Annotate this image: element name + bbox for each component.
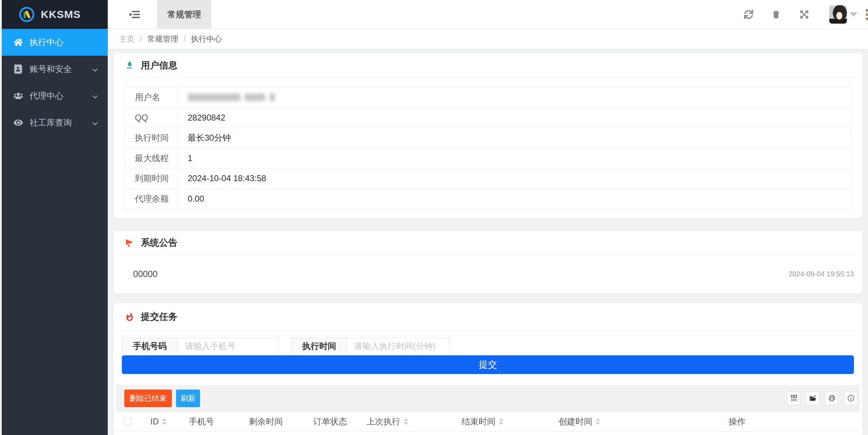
- task-table-area: 删除已结束 刷新: [116, 385, 860, 431]
- export-icon: [809, 394, 817, 402]
- topbar-actions: [744, 0, 868, 29]
- exec-time-input[interactable]: [347, 338, 450, 354]
- sidebar-item-exec-center[interactable]: 执行中心: [0, 29, 108, 56]
- topbar: 常规管理: [108, 0, 868, 29]
- user-info-header: 用户信息: [113, 53, 862, 78]
- avatar[interactable]: [829, 5, 847, 24]
- table-row: 用户名: [125, 87, 851, 108]
- announcement-body: 00000 2024-09-04 19:55:13: [113, 255, 862, 293]
- column-header-remaining-time: 剩余时间: [225, 416, 306, 427]
- chevron-down-icon: [92, 66, 99, 73]
- megaphone-icon: [125, 238, 135, 248]
- breadcrumb-general[interactable]: 常规管理: [147, 34, 178, 44]
- table-row: 代理余额 0.00: [125, 189, 851, 209]
- column-header-end-time[interactable]: 结束时间: [421, 416, 544, 427]
- column-header-order-status: 订单状态: [306, 416, 354, 427]
- breadcrumb-current: 执行中心: [191, 34, 222, 44]
- exec-time-input-group: 执行时间: [292, 338, 450, 354]
- page-content: 用户信息 用户名 QQ 28290842 执行时间 最: [108, 49, 868, 435]
- home-icon: [13, 38, 24, 47]
- user-info-card: 用户信息 用户名 QQ 28290842 执行时间 最: [113, 53, 862, 218]
- users-icon: [13, 91, 24, 100]
- column-header-phone: 手机号: [177, 416, 225, 427]
- export-button[interactable]: [806, 392, 819, 405]
- info-button[interactable]: [844, 392, 857, 405]
- breadcrumb: 主页 / 常规管理 / 执行中心: [108, 29, 868, 49]
- phone-input[interactable]: [178, 338, 279, 354]
- delete-finished-button[interactable]: 删除已结束: [124, 390, 172, 407]
- breadcrumb-home[interactable]: 主页: [119, 34, 135, 44]
- announcement-content: 00000: [133, 269, 158, 279]
- print-icon: [828, 394, 836, 402]
- select-all-checkbox[interactable]: [124, 418, 132, 425]
- sidebar: KKSMS 执行中心 账号和安全 代理中心 社工库查询: [0, 0, 108, 435]
- submit-task-card: 提交任务 手机号码 执行时间 提交 删除已结束 刷新: [113, 303, 862, 435]
- announcement-card: 系统公告 00000 2024-09-04 19:55:13: [113, 231, 862, 294]
- sort-icon: [596, 418, 600, 425]
- task-form: 手机号码 执行时间 提交: [113, 331, 862, 374]
- chevron-down-icon: [92, 92, 99, 99]
- table-row: 执行时间 最长30分钟: [125, 128, 851, 148]
- address-book-icon: [13, 65, 24, 74]
- redacted-username: [178, 87, 851, 108]
- print-button[interactable]: [825, 392, 838, 405]
- sidebar-item-label: 账号和安全: [30, 63, 72, 75]
- refresh-icon[interactable]: [744, 10, 754, 19]
- tab-label: 常规管理: [167, 9, 201, 20]
- table-tool-buttons: [787, 392, 857, 405]
- table-row: 到期时间 2024-10-04 18:43:58: [125, 169, 851, 189]
- user-info-leaf-icon: [125, 60, 135, 70]
- table-toolbar: 删除已结束 刷新: [116, 385, 860, 412]
- sidebar-item-agent-center[interactable]: 代理中心: [0, 82, 108, 109]
- announcement-header: 系统公告: [113, 231, 862, 255]
- info-icon: [847, 394, 855, 402]
- tab-general-management[interactable]: 常规管理: [157, 0, 211, 29]
- column-header-last-exec[interactable]: 上次执行: [354, 416, 421, 427]
- window-edge: [0, 0, 2, 435]
- sidebar-item-label: 执行中心: [30, 37, 63, 48]
- menu-fold-icon[interactable]: [128, 8, 141, 20]
- user-info-body: 用户名 QQ 28290842 执行时间 最长30分钟 最大线程: [113, 78, 862, 218]
- more-menu-icon[interactable]: [866, 9, 868, 20]
- sort-icon: [404, 418, 408, 425]
- sidebar-item-label: 代理中心: [30, 90, 63, 102]
- chevron-down-icon: [92, 119, 99, 126]
- card-view-icon: [790, 394, 798, 402]
- column-header-id[interactable]: ID: [139, 417, 177, 427]
- column-header-actions: 操作: [614, 416, 860, 427]
- fullscreen-icon[interactable]: [799, 10, 809, 19]
- phone-input-group: 手机号码: [122, 338, 279, 354]
- sort-icon: [162, 418, 167, 425]
- flame-icon: [125, 312, 135, 322]
- select-all-cell: [116, 418, 139, 425]
- caret-down-icon[interactable]: [850, 12, 857, 21]
- announcement-timestamp: 2024-09-04 19:55:13: [788, 270, 854, 278]
- app-title: KKSMS: [41, 8, 81, 20]
- card-title: 提交任务: [141, 311, 177, 323]
- task-header: 提交任务: [113, 303, 862, 331]
- trash-icon[interactable]: [771, 10, 781, 19]
- eye-icon: [13, 118, 24, 127]
- table-row: 最大线程 1: [125, 148, 851, 169]
- table-header-row: ID 手机号 剩余时间 订单状态 上次执行 结束时间: [116, 412, 860, 431]
- submit-button[interactable]: 提交: [122, 355, 854, 374]
- sidebar-item-socdb-query[interactable]: 社工库查询: [0, 109, 108, 136]
- exec-time-addon-label: 执行时间: [292, 338, 347, 354]
- user-info-table: 用户名 QQ 28290842 执行时间 最长30分钟 最大线程: [125, 87, 851, 209]
- kksms-logo-icon: [18, 6, 35, 23]
- toggle-view-button[interactable]: [787, 392, 800, 405]
- phone-addon-label: 手机号码: [122, 338, 178, 354]
- sidebar-item-account-security[interactable]: 账号和安全: [0, 56, 108, 82]
- card-title: 系统公告: [141, 237, 177, 249]
- breadcrumb-separator: /: [183, 35, 186, 44]
- breadcrumb-separator: /: [140, 35, 142, 44]
- app-logo[interactable]: KKSMS: [0, 0, 108, 29]
- column-header-create-time[interactable]: 创建时间: [544, 416, 614, 427]
- sidebar-item-label: 社工库查询: [30, 117, 72, 128]
- table-row: QQ 28290842: [125, 108, 851, 128]
- card-title: 用户信息: [141, 59, 177, 72]
- refresh-button[interactable]: 刷新: [176, 390, 200, 407]
- sort-icon: [499, 418, 503, 425]
